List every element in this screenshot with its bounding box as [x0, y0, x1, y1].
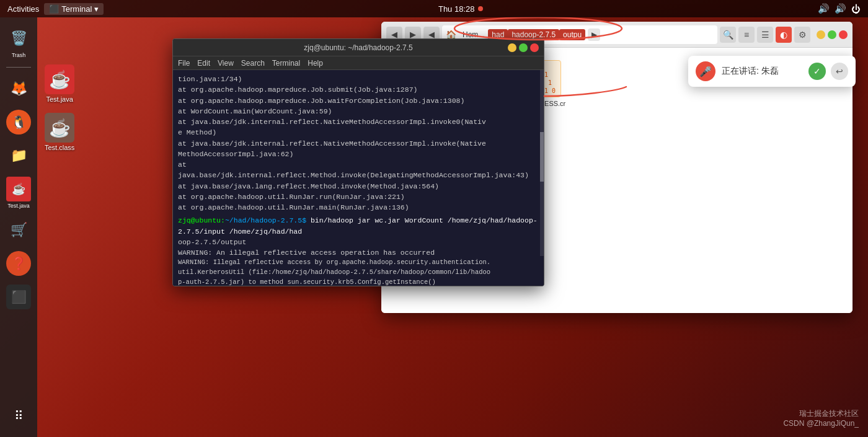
- term-path-text: ~/had/hadoop-2.7.5$: [225, 216, 306, 224]
- term-line-7: at java.base/jdk.internal.reflect.Native…: [178, 138, 539, 149]
- term-line-4: at WordCount.main(WordCount.java:59): [178, 106, 539, 117]
- chat-reply-btn[interactable]: ↩: [831, 63, 848, 80]
- dock-item-apps[interactable]: ⠿: [4, 401, 33, 431]
- fm-bread-output[interactable]: outpu: [559, 29, 585, 40]
- clock-time: Thu 18:28: [438, 4, 475, 14]
- terminal-label: Terminal: [61, 4, 92, 14]
- files-icon: 📁: [6, 143, 31, 168]
- volume-icon: 🔊: [835, 3, 846, 14]
- fm-minimize-btn[interactable]: [817, 30, 825, 39]
- dock-item-files[interactable]: 📁: [4, 141, 33, 170]
- menu-search[interactable]: Search: [241, 59, 265, 68]
- dock-divider-1: [6, 67, 31, 68]
- test-class-desktop-icon: ☕: [45, 113, 74, 143]
- test-java-icon: ☕: [6, 177, 31, 201]
- term-line-10: at java.base/java.lang.reflect.Method.in…: [178, 181, 539, 192]
- top-system-bar: Activities ⬛ Terminal ▾ Thu 18:28 🔊 🔊 ⏻: [0, 0, 868, 17]
- terminal-titlebar: zjq@ubuntu: ~/had/hadoop-2.7.5: [173, 39, 544, 56]
- menu-view[interactable]: View: [218, 59, 234, 68]
- watermark-line1: 瑞士掘金技术社区: [783, 408, 859, 419]
- dock-item-terminal[interactable]: ⬛: [4, 282, 33, 312]
- help-icon: ❓: [6, 251, 31, 276]
- term-warn-2c: p-auth-2.7.5.jar) to method sun.security…: [178, 278, 539, 286]
- terminal-window-controls: [508, 43, 539, 52]
- firefox-icon: 🦊: [6, 76, 31, 101]
- term-line-11: at org.apache.hadoop.util.RunJar.run(Run…: [178, 192, 539, 202]
- term-line-2: at org.apache.hadoop.mapreduce.Job.submi…: [178, 84, 539, 95]
- test-java-label: Test.java: [7, 203, 30, 209]
- term-warn-1: WARNING: An illegal reflective access op…: [178, 247, 539, 258]
- term-line-1: tion.java:1/34): [178, 74, 539, 84]
- term-line-8: MethodAccessorImpl.java:62): [178, 149, 539, 159]
- terminal-scrollbar-thumb[interactable]: [540, 132, 544, 182]
- apps-icon: ⠿: [6, 404, 31, 428]
- dock-item-test-java[interactable]: ☕ Test.java: [4, 174, 33, 211]
- left-dock: 🗑️ Trash 🦊 🐧 📁 ☕ Test.java 🛒 ❓ ⬛ ⠿: [0, 17, 37, 437]
- fm-theme-btn[interactable]: ◐: [776, 27, 792, 43]
- test-java-desktop-label: Test.java: [46, 95, 73, 103]
- system-tray: 🔊 🔊 ⏻: [818, 3, 861, 14]
- fm-bread-expand[interactable]: ▶: [588, 29, 600, 41]
- dropdown-arrow: ▾: [94, 4, 99, 14]
- chat-actions: ✓ ↩: [808, 63, 848, 80]
- trash-label: Trash: [12, 52, 26, 58]
- dock-item-software[interactable]: 🛒: [4, 215, 33, 245]
- status-dot: [478, 6, 483, 11]
- term-warn-2: WARNING: Illegal reflective access by or…: [178, 258, 539, 268]
- desktop-icon-test-class[interactable]: ☕ Test.class: [42, 110, 77, 154]
- fm-window-controls: [817, 30, 848, 39]
- software-icon: 🛒: [6, 218, 31, 242]
- trash-icon: 🗑️: [6, 26, 31, 51]
- term-prompt-text: zjq@ubuntu:: [178, 216, 225, 224]
- term-line-12: at org.apache.hadoop.util.RunJar.main(Ru…: [178, 202, 539, 213]
- menu-file[interactable]: File: [178, 59, 190, 68]
- chat-accept-btn[interactable]: ✓: [808, 63, 826, 80]
- term-line-9: at java.base/jdk.internal.reflect.Method…: [178, 159, 539, 181]
- chat-name: 正在讲话: 朱磊: [722, 66, 802, 77]
- terminal-menubar: File Edit View Search Terminal Help: [173, 56, 544, 70]
- chat-widget: 🎤 正在讲话: 朱磊 ✓ ↩: [688, 56, 856, 87]
- desktop-icons: ☕ Test.java ☕ Test.class: [42, 62, 77, 154]
- top-bar-right: 🔊 🔊 ⏻: [818, 3, 861, 14]
- fm-search-btn[interactable]: 🔍: [720, 27, 736, 43]
- network-icon: 🔊: [818, 3, 830, 14]
- dock-item-ubuntu[interactable]: 🐧: [4, 107, 33, 137]
- terminal-minimize-btn[interactable]: [508, 43, 516, 52]
- terminal-dock-icon: ⬛: [6, 285, 31, 309]
- top-bar-center: Thu 18:28: [438, 4, 484, 14]
- fm-view-list-btn[interactable]: ≡: [738, 27, 755, 43]
- top-bar-left: Activities ⬛ Terminal ▾: [7, 3, 104, 15]
- fm-close-btn[interactable]: [839, 30, 848, 39]
- dock-item-help[interactable]: ❓: [4, 249, 33, 278]
- terminal-indicator[interactable]: ⬛ Terminal ▾: [44, 3, 104, 15]
- terminal-title: zjq@ubuntu: ~/had/hadoop-2.7.5: [304, 43, 412, 52]
- terminal-window: zjq@ubuntu: ~/had/hadoop-2.7.5 File Edit…: [172, 38, 544, 286]
- watermark-line2: CSDN @ZhangJiQun_: [783, 419, 859, 428]
- activities-button[interactable]: Activities: [7, 4, 39, 14]
- power-icon: ⏻: [851, 4, 861, 14]
- fm-view-menu-btn[interactable]: ☰: [757, 27, 773, 43]
- menu-help[interactable]: Help: [308, 59, 323, 68]
- fm-toolbar-right: 🔍 ≡ ☰ ◐ ⚙: [720, 27, 810, 43]
- dock-item-firefox[interactable]: 🦊: [4, 74, 33, 104]
- test-class-desktop-label: Test.class: [45, 144, 74, 151]
- term-prompt-line: zjq@ubuntu:~/had/hadoop-2.7.5$ bin/hadoo…: [178, 215, 539, 237]
- term-warn-2b: util.KerberosUtil (file:/home/zjq/had/ha…: [178, 268, 539, 278]
- terminal-body[interactable]: tion.java:1/34) at org.apache.hadoop.map…: [173, 70, 544, 286]
- terminal-close-btn[interactable]: [530, 43, 539, 52]
- term-line-cmd2: oop-2.7.5/output: [178, 237, 539, 247]
- terminal-maximize-btn[interactable]: [519, 43, 528, 52]
- term-line-5: at java.base/jdk.internal.reflect.Native…: [178, 117, 539, 127]
- test-java-desktop-icon: ☕: [45, 64, 74, 94]
- dock-item-trash[interactable]: 🗑️ Trash: [4, 24, 33, 61]
- fm-maximize-btn[interactable]: [828, 30, 836, 39]
- terminal-icon: ⬛: [49, 4, 59, 14]
- fm-settings-btn[interactable]: ⚙: [794, 27, 810, 43]
- term-line-6: e Method): [178, 127, 539, 138]
- desktop-icon-test-java[interactable]: ☕ Test.java: [42, 62, 77, 105]
- chat-mic-icon: 🎤: [696, 61, 715, 81]
- ubuntu-icon: 🐧: [6, 110, 31, 135]
- menu-edit[interactable]: Edit: [197, 59, 210, 68]
- menu-terminal[interactable]: Terminal: [272, 59, 300, 68]
- terminal-scrollbar[interactable]: [540, 70, 544, 256]
